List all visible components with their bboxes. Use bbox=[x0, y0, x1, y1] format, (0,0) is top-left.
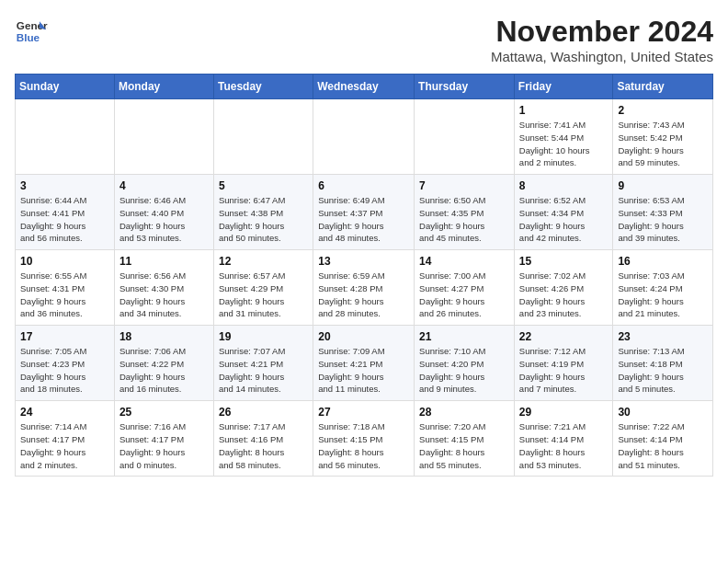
day-number: 1 bbox=[519, 104, 609, 117]
day-detail: Sunrise: 7:43 AM Sunset: 5:42 PM Dayligh… bbox=[618, 119, 708, 169]
calendar-row: 17Sunrise: 7:05 AM Sunset: 4:23 PM Dayli… bbox=[16, 326, 713, 401]
calendar-cell: 3Sunrise: 6:44 AM Sunset: 4:41 PM Daylig… bbox=[16, 175, 115, 250]
calendar-cell: 12Sunrise: 6:57 AM Sunset: 4:29 PM Dayli… bbox=[213, 250, 313, 326]
svg-text:Blue: Blue bbox=[17, 31, 40, 43]
calendar-table: SundayMondayTuesdayWednesdayThursdayFrid… bbox=[15, 74, 713, 477]
subtitle: Mattawa, Washington, United States bbox=[491, 49, 713, 64]
day-detail: Sunrise: 6:44 AM Sunset: 4:41 PM Dayligh… bbox=[20, 194, 109, 245]
weekday-header-cell: Sunday bbox=[16, 75, 115, 99]
day-detail: Sunrise: 7:16 AM Sunset: 4:17 PM Dayligh… bbox=[119, 420, 209, 471]
day-number: 7 bbox=[419, 179, 509, 192]
calendar-cell: 22Sunrise: 7:12 AM Sunset: 4:19 PM Dayli… bbox=[514, 326, 613, 401]
calendar-cell: 6Sunrise: 6:49 AM Sunset: 4:37 PM Daylig… bbox=[313, 175, 415, 250]
svg-text:General: General bbox=[17, 19, 48, 31]
calendar-cell: 29Sunrise: 7:21 AM Sunset: 4:14 PM Dayli… bbox=[514, 401, 613, 477]
day-detail: Sunrise: 7:41 AM Sunset: 5:44 PM Dayligh… bbox=[519, 119, 609, 169]
weekday-header-cell: Wednesday bbox=[313, 75, 415, 99]
day-detail: Sunrise: 6:47 AM Sunset: 4:38 PM Dayligh… bbox=[219, 194, 308, 245]
day-detail: Sunrise: 7:12 AM Sunset: 4:19 PM Dayligh… bbox=[519, 345, 609, 396]
logo: General Blue General Blue bbox=[15, 15, 48, 48]
calendar-cell: 16Sunrise: 7:03 AM Sunset: 4:24 PM Dayli… bbox=[613, 250, 713, 326]
day-number: 8 bbox=[519, 179, 609, 192]
calendar-cell bbox=[415, 99, 515, 175]
header: General Blue General Blue November 2024 … bbox=[15, 15, 713, 64]
logo-icon: General Blue bbox=[15, 15, 48, 48]
day-detail: Sunrise: 7:02 AM Sunset: 4:26 PM Dayligh… bbox=[519, 270, 609, 320]
day-number: 6 bbox=[318, 179, 409, 192]
calendar-cell: 27Sunrise: 7:18 AM Sunset: 4:15 PM Dayli… bbox=[313, 401, 415, 477]
calendar-cell: 25Sunrise: 7:16 AM Sunset: 4:17 PM Dayli… bbox=[114, 401, 213, 477]
calendar-cell: 21Sunrise: 7:10 AM Sunset: 4:20 PM Dayli… bbox=[415, 326, 515, 401]
day-number: 14 bbox=[419, 255, 509, 268]
calendar-cell: 11Sunrise: 6:56 AM Sunset: 4:30 PM Dayli… bbox=[114, 250, 213, 326]
day-detail: Sunrise: 7:18 AM Sunset: 4:15 PM Dayligh… bbox=[318, 420, 409, 471]
day-detail: Sunrise: 7:21 AM Sunset: 4:14 PM Dayligh… bbox=[519, 420, 609, 471]
weekday-header-cell: Monday bbox=[114, 75, 213, 99]
calendar-cell: 8Sunrise: 6:52 AM Sunset: 4:34 PM Daylig… bbox=[514, 175, 613, 250]
day-number: 16 bbox=[618, 255, 708, 268]
day-number: 10 bbox=[20, 255, 109, 268]
day-number: 19 bbox=[219, 330, 308, 343]
weekday-header-cell: Tuesday bbox=[213, 75, 313, 99]
calendar-cell bbox=[114, 99, 213, 175]
day-detail: Sunrise: 6:49 AM Sunset: 4:37 PM Dayligh… bbox=[318, 194, 409, 245]
calendar-cell: 23Sunrise: 7:13 AM Sunset: 4:18 PM Dayli… bbox=[613, 326, 713, 401]
weekday-header-cell: Friday bbox=[514, 75, 613, 99]
calendar-cell: 26Sunrise: 7:17 AM Sunset: 4:16 PM Dayli… bbox=[213, 401, 313, 477]
day-number: 18 bbox=[119, 330, 209, 343]
calendar-cell: 20Sunrise: 7:09 AM Sunset: 4:21 PM Dayli… bbox=[313, 326, 415, 401]
day-detail: Sunrise: 7:03 AM Sunset: 4:24 PM Dayligh… bbox=[618, 270, 708, 320]
calendar-cell bbox=[213, 99, 313, 175]
calendar-row: 1Sunrise: 7:41 AM Sunset: 5:44 PM Daylig… bbox=[16, 99, 713, 175]
day-number: 25 bbox=[119, 406, 209, 419]
calendar-cell: 2Sunrise: 7:43 AM Sunset: 5:42 PM Daylig… bbox=[613, 99, 713, 175]
calendar-cell: 13Sunrise: 6:59 AM Sunset: 4:28 PM Dayli… bbox=[313, 250, 415, 326]
day-detail: Sunrise: 7:13 AM Sunset: 4:18 PM Dayligh… bbox=[618, 345, 708, 396]
calendar-cell: 15Sunrise: 7:02 AM Sunset: 4:26 PM Dayli… bbox=[514, 250, 613, 326]
calendar-cell: 4Sunrise: 6:46 AM Sunset: 4:40 PM Daylig… bbox=[114, 175, 213, 250]
calendar-cell: 19Sunrise: 7:07 AM Sunset: 4:21 PM Dayli… bbox=[213, 326, 313, 401]
calendar-body: 1Sunrise: 7:41 AM Sunset: 5:44 PM Daylig… bbox=[16, 99, 713, 477]
day-detail: Sunrise: 6:53 AM Sunset: 4:33 PM Dayligh… bbox=[618, 194, 708, 245]
calendar-cell: 5Sunrise: 6:47 AM Sunset: 4:38 PM Daylig… bbox=[213, 175, 313, 250]
day-detail: Sunrise: 7:14 AM Sunset: 4:17 PM Dayligh… bbox=[20, 420, 109, 471]
day-detail: Sunrise: 6:52 AM Sunset: 4:34 PM Dayligh… bbox=[519, 194, 609, 245]
day-number: 13 bbox=[318, 255, 409, 268]
day-detail: Sunrise: 7:06 AM Sunset: 4:22 PM Dayligh… bbox=[119, 345, 209, 396]
day-detail: Sunrise: 6:57 AM Sunset: 4:29 PM Dayligh… bbox=[219, 270, 308, 320]
calendar-row: 10Sunrise: 6:55 AM Sunset: 4:31 PM Dayli… bbox=[16, 250, 713, 326]
weekday-header-cell: Thursday bbox=[415, 75, 515, 99]
day-detail: Sunrise: 7:22 AM Sunset: 4:14 PM Dayligh… bbox=[618, 420, 708, 471]
calendar-cell: 24Sunrise: 7:14 AM Sunset: 4:17 PM Dayli… bbox=[16, 401, 115, 477]
calendar-cell: 18Sunrise: 7:06 AM Sunset: 4:22 PM Dayli… bbox=[114, 326, 213, 401]
day-number: 22 bbox=[519, 330, 609, 343]
day-number: 21 bbox=[419, 330, 509, 343]
day-detail: Sunrise: 7:00 AM Sunset: 4:27 PM Dayligh… bbox=[419, 270, 509, 320]
day-number: 4 bbox=[119, 179, 209, 192]
day-number: 17 bbox=[20, 330, 109, 343]
day-detail: Sunrise: 7:05 AM Sunset: 4:23 PM Dayligh… bbox=[20, 345, 109, 396]
calendar-cell: 1Sunrise: 7:41 AM Sunset: 5:44 PM Daylig… bbox=[514, 99, 613, 175]
day-detail: Sunrise: 7:17 AM Sunset: 4:16 PM Dayligh… bbox=[219, 420, 308, 471]
calendar-cell: 7Sunrise: 6:50 AM Sunset: 4:35 PM Daylig… bbox=[415, 175, 515, 250]
day-number: 26 bbox=[219, 406, 308, 419]
calendar-cell: 9Sunrise: 6:53 AM Sunset: 4:33 PM Daylig… bbox=[613, 175, 713, 250]
day-number: 30 bbox=[618, 406, 708, 419]
calendar-row: 24Sunrise: 7:14 AM Sunset: 4:17 PM Dayli… bbox=[16, 401, 713, 477]
day-number: 20 bbox=[318, 330, 409, 343]
day-number: 9 bbox=[618, 179, 708, 192]
calendar-cell: 28Sunrise: 7:20 AM Sunset: 4:15 PM Dayli… bbox=[415, 401, 515, 477]
day-number: 24 bbox=[20, 406, 109, 419]
calendar-cell: 10Sunrise: 6:55 AM Sunset: 4:31 PM Dayli… bbox=[16, 250, 115, 326]
calendar-cell: 17Sunrise: 7:05 AM Sunset: 4:23 PM Dayli… bbox=[16, 326, 115, 401]
calendar-cell: 30Sunrise: 7:22 AM Sunset: 4:14 PM Dayli… bbox=[613, 401, 713, 477]
day-detail: Sunrise: 6:50 AM Sunset: 4:35 PM Dayligh… bbox=[419, 194, 509, 245]
day-detail: Sunrise: 7:09 AM Sunset: 4:21 PM Dayligh… bbox=[318, 345, 409, 396]
calendar-cell: 14Sunrise: 7:00 AM Sunset: 4:27 PM Dayli… bbox=[415, 250, 515, 326]
day-number: 23 bbox=[618, 330, 708, 343]
day-number: 3 bbox=[20, 179, 109, 192]
main-title: November 2024 bbox=[491, 15, 713, 49]
calendar-cell bbox=[313, 99, 415, 175]
day-detail: Sunrise: 7:10 AM Sunset: 4:20 PM Dayligh… bbox=[419, 345, 509, 396]
day-detail: Sunrise: 7:20 AM Sunset: 4:15 PM Dayligh… bbox=[419, 420, 509, 471]
